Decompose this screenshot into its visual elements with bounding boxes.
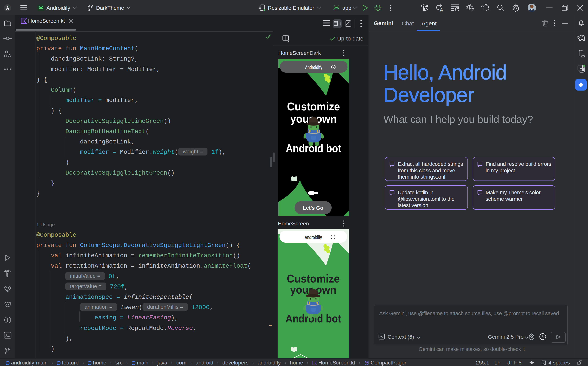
svg-text:Androidify: Androidify [305, 64, 322, 70]
svg-text:Androidify: Androidify [305, 234, 322, 240]
svg-text:Android bot: Android bot [286, 142, 341, 155]
svg-text:Customize: Customize [287, 272, 340, 285]
svg-text:A: A [440, 7, 443, 12]
svg-text:Let's Go: Let's Go [303, 205, 323, 211]
svg-text:Customize: Customize [287, 100, 340, 113]
